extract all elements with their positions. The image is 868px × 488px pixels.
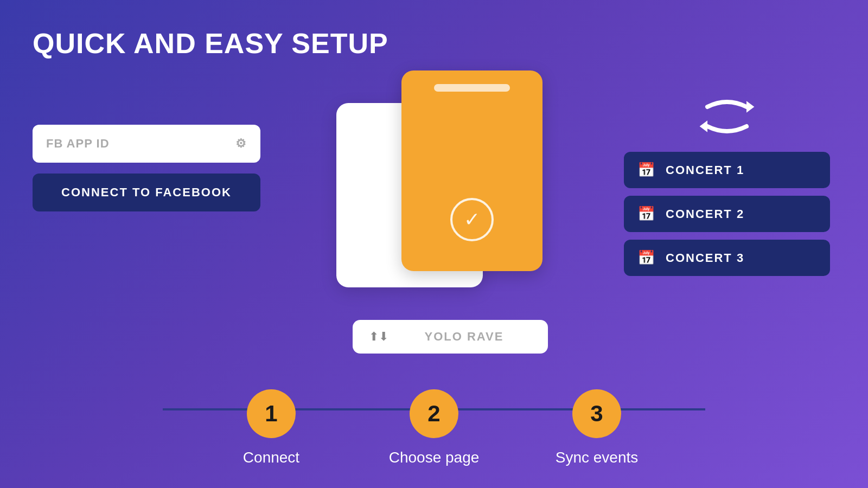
page-selector[interactable]: ⬆⬇ YOLO RAVE: [353, 320, 548, 354]
step-3-circle: 3: [572, 389, 621, 438]
sync-arrows-icon: [697, 92, 757, 141]
concert-1-button[interactable]: 📅 CONCERT 1: [624, 152, 830, 188]
step-3-label: Sync events: [556, 449, 639, 466]
right-section: 📅 CONCERT 1 📅 CONCERT 2 📅 CONCERT 3: [618, 92, 835, 276]
svg-marker-0: [746, 101, 754, 113]
concert-3-button[interactable]: 📅 CONCERT 3: [624, 240, 830, 276]
phone-card-front: ✓: [401, 70, 542, 271]
step-1-label: Connect: [243, 449, 299, 466]
concert-2-label: CONCERT 2: [666, 207, 744, 221]
step-2-label: Choose page: [389, 449, 480, 466]
step-2-circle: 2: [410, 389, 458, 438]
concert-3-label: CONCERT 3: [666, 251, 744, 265]
concert-list: 📅 CONCERT 1 📅 CONCERT 2 📅 CONCERT 3: [624, 152, 830, 276]
page-title: QUICK AND EASY SETUP: [33, 27, 835, 60]
step-3: 3 Sync events: [515, 389, 678, 466]
step-1-number: 1: [265, 401, 277, 427]
check-circle: ✓: [450, 198, 494, 241]
step-1-circle: 1: [247, 389, 296, 438]
center-section: ✓ ⬆⬇ YOLO RAVE: [353, 70, 548, 354]
fb-app-id-input-wrapper[interactable]: FB APP ID ⚙: [33, 125, 260, 163]
step-3-number: 3: [590, 401, 603, 427]
check-mark-icon: ✓: [464, 210, 480, 229]
calendar-3-icon: 📅: [637, 249, 656, 266]
steps-section: 1 Connect 2 Choose page 3 Sync events: [33, 373, 835, 466]
page-name-label: YOLO RAVE: [397, 330, 532, 344]
svg-marker-1: [700, 120, 707, 132]
concert-1-label: CONCERT 1: [666, 163, 744, 177]
sort-arrows-icon: ⬆⬇: [369, 330, 388, 344]
step-1: 1 Connect: [190, 389, 353, 466]
calendar-2-icon: 📅: [637, 206, 656, 222]
phone-cards: ✓: [358, 70, 542, 309]
step-2-number: 2: [427, 401, 440, 427]
step-2: 2 Choose page: [353, 389, 515, 466]
calendar-1-icon: 📅: [637, 162, 656, 178]
left-section: FB APP ID ⚙ CONNECT TO FACEBOOK: [33, 125, 282, 211]
connect-to-facebook-button[interactable]: CONNECT TO FACEBOOK: [33, 174, 260, 211]
phone-card-bar: [434, 84, 510, 92]
gear-icon: ⚙: [235, 137, 247, 151]
fb-app-id-placeholder: FB APP ID: [46, 137, 110, 151]
concert-2-button[interactable]: 📅 CONCERT 2: [624, 196, 830, 232]
